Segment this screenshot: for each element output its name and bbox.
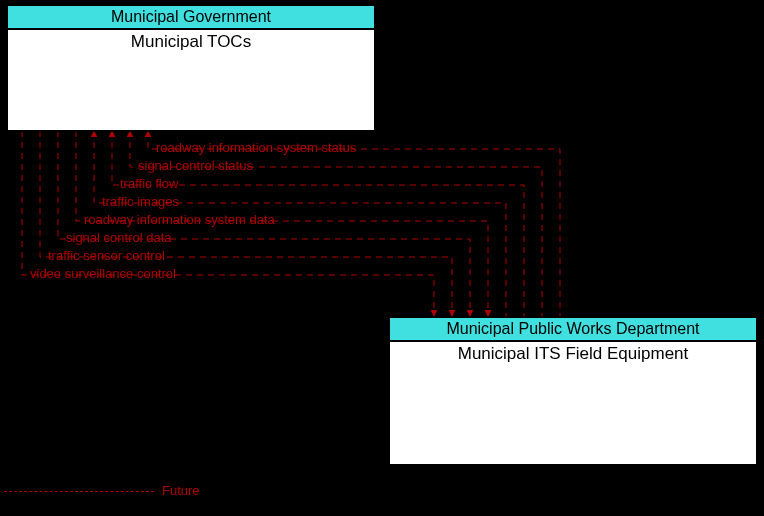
legend-future-line	[4, 491, 154, 492]
legend-future-label: Future	[162, 483, 200, 498]
flow-label-roadway-info-status: roadway information system status	[156, 140, 356, 155]
entity-top-title: Municipal TOCs	[8, 30, 374, 52]
entity-bottom-header: Municipal Public Works Department	[390, 318, 756, 342]
flow-label-traffic-images: traffic images	[102, 194, 179, 209]
flow-label-signal-control-data: signal control data	[66, 230, 172, 245]
entity-municipal-tocs: Municipal Government Municipal TOCs	[6, 4, 376, 132]
flow-label-traffic-sensor-control: traffic sensor control	[48, 248, 165, 263]
entity-bottom-title: Municipal ITS Field Equipment	[390, 342, 756, 364]
flow-label-video-surveillance-control: video surveillance control	[30, 266, 176, 281]
entity-top-header: Municipal Government	[8, 6, 374, 30]
flow-label-roadway-info-data: roadway information system data	[84, 212, 275, 227]
flow-label-traffic-flow: traffic flow	[120, 176, 178, 191]
entity-municipal-its-field-equipment: Municipal Public Works Department Munici…	[388, 316, 758, 466]
flow-label-signal-control-status: signal control status	[138, 158, 253, 173]
